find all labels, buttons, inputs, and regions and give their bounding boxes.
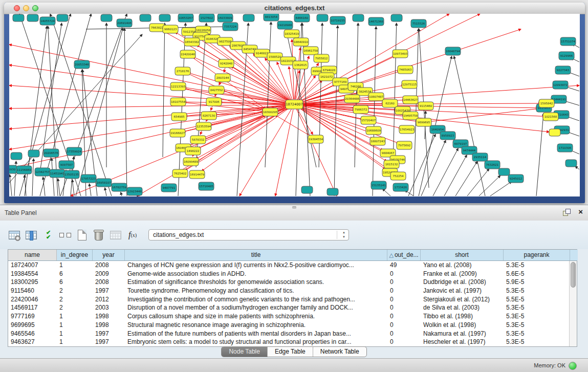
table-cell[interactable]: 0: [387, 321, 421, 330]
table-cell[interactable]: Hescheler et al. (1997): [421, 338, 504, 346]
graph-edge[interactable]: [9, 34, 142, 183]
graph-edge[interactable]: [296, 109, 337, 196]
delete-column-icon[interactable]: [92, 228, 106, 242]
graph-node[interactable]: [27, 14, 38, 21]
table-cell[interactable]: Corpus callosum shape and size in male p…: [125, 312, 387, 321]
table-row[interactable]: 977716911998Corpus callosum shape and si…: [8, 312, 577, 321]
table-cell[interactable]: 0: [387, 295, 421, 304]
table-cell[interactable]: 0: [387, 312, 421, 321]
graph-edge[interactable]: [58, 179, 60, 196]
tab-node-table[interactable]: Node Table: [222, 347, 268, 357]
table-cell[interactable]: 2: [57, 303, 93, 312]
table-cell[interactable]: 5.5E-5: [504, 295, 570, 304]
table-cell[interactable]: Jankovic et al. (1997): [421, 287, 504, 295]
splitter-handle[interactable]: [292, 206, 296, 209]
graph-edge[interactable]: [163, 23, 165, 157]
table-cell[interactable]: 1: [57, 312, 93, 321]
graph-edge[interactable]: [10, 174, 12, 196]
table-row[interactable]: 2242004622012Investigating the contribut…: [8, 295, 577, 304]
table-cell[interactable]: 1: [57, 261, 93, 270]
table-cell[interactable]: 1: [57, 321, 93, 330]
table-cell[interactable]: 5.6E-5: [504, 270, 570, 278]
table-cell[interactable]: Estimation of the future numbers of pati…: [125, 330, 387, 338]
table-row[interactable]: 946362711997Embryonic stem cells: a mode…: [8, 338, 577, 346]
graph-edge[interactable]: [72, 180, 74, 196]
table-cell[interactable]: 5.3E-5: [504, 287, 570, 295]
table-cell[interactable]: 5.3E-5: [504, 312, 570, 321]
close-panel-icon[interactable]: ×: [578, 207, 583, 216]
graph-edge[interactable]: [76, 28, 123, 196]
network-canvas[interactable]: 1405572420691406106532671527602160338097…: [9, 14, 580, 196]
table-cell[interactable]: Tourette syndrome. Phenomenology and cla…: [125, 287, 387, 295]
table-cell[interactable]: 6: [57, 278, 93, 287]
table-row[interactable]: 911546021997Tourette syndrome. Phenomeno…: [8, 287, 577, 295]
column-header-out_de[interactable]: △out_de...: [387, 250, 421, 260]
table-cell[interactable]: 9777169: [8, 312, 57, 321]
column-header-title[interactable]: title: [125, 250, 387, 260]
table-cell[interactable]: 2: [57, 287, 93, 295]
function-builder-icon[interactable]: f(x): [125, 228, 140, 242]
table-cell[interactable]: 19384554: [8, 270, 57, 278]
graph-edge[interactable]: [382, 189, 390, 196]
graph-edge[interactable]: [50, 14, 112, 196]
graph-edge[interactable]: [124, 28, 127, 196]
table-cell[interactable]: Yano et al. (2008): [421, 261, 504, 270]
graph-node[interactable]: [159, 14, 170, 21]
table-row[interactable]: 946554611997Estimation of the future num…: [8, 330, 577, 338]
graph-edge[interactable]: [9, 105, 289, 168]
table-cell[interactable]: Genome-wide association studies in ADHD.: [125, 270, 387, 278]
graph-node[interactable]: [57, 14, 68, 21]
graph-node[interactable]: [391, 14, 402, 21]
graph-edge[interactable]: [121, 192, 122, 196]
graph-edge[interactable]: [206, 120, 207, 121]
table-cell[interactable]: 5.3E-5: [504, 338, 570, 346]
table-cell[interactable]: Franke et al. (2009): [421, 270, 504, 278]
table-options-icon[interactable]: [7, 228, 21, 242]
network-canvas-wrap[interactable]: 1405572420691406106532671527602160338097…: [9, 14, 580, 196]
graph-edge[interactable]: [298, 80, 322, 101]
table-cell[interactable]: 5.3E-5: [504, 321, 570, 330]
graph-edge[interactable]: [455, 161, 477, 196]
table-cell[interactable]: Stergiakouli et al. (2012): [421, 295, 504, 304]
table-cell[interactable]: 6: [57, 270, 93, 278]
table-cell[interactable]: 0: [387, 330, 421, 338]
new-column-icon[interactable]: [75, 228, 89, 242]
graph-edge[interactable]: [89, 184, 91, 196]
table-cell[interactable]: Dudbridge et al. (2008): [421, 278, 504, 287]
graph-node[interactable]: [13, 14, 24, 21]
table-cell[interactable]: 14569117: [8, 303, 57, 312]
table-row[interactable]: 1938455462009Genome-wide association stu…: [8, 270, 577, 278]
table-selector-dropdown[interactable]: citations_edges.txt ▲▼: [148, 229, 349, 240]
table-cell[interactable]: Embryonic stem cells: a model to study s…: [125, 338, 387, 346]
graph-node[interactable]: [301, 186, 313, 193]
table-cell[interactable]: 1997: [93, 338, 125, 346]
table-cell[interactable]: Investigating the contribution of common…: [125, 295, 387, 304]
graph-edge[interactable]: [393, 23, 397, 167]
table-cell[interactable]: 1997: [93, 287, 125, 295]
window-titlebar[interactable]: citations_edges.txt: [4, 3, 585, 14]
graph-edge[interactable]: [32, 159, 34, 196]
graph-edge[interactable]: [408, 134, 435, 196]
graph-edge[interactable]: [9, 105, 289, 149]
table-cell[interactable]: Nakamura et al. (1997): [421, 330, 504, 338]
column-header-name[interactable]: name: [8, 250, 57, 260]
graph-edge[interactable]: [433, 148, 458, 196]
graph-edge[interactable]: [536, 113, 543, 196]
table-cell[interactable]: Wolkin et al. (1998): [421, 321, 504, 330]
graph-node[interactable]: [549, 129, 560, 136]
table-cell[interactable]: 5.3E-5: [504, 261, 570, 270]
graph-edge[interactable]: [373, 27, 376, 196]
table-row[interactable]: 1830029562008Estimation of significance …: [8, 278, 577, 287]
show-columns-icon[interactable]: [24, 228, 38, 242]
table-cell[interactable]: 1998: [93, 321, 125, 330]
graph-node[interactable]: [327, 188, 338, 195]
table-cell[interactable]: 18300295: [8, 278, 57, 287]
graph-edge[interactable]: [193, 57, 290, 102]
table-cell[interactable]: 2003: [93, 303, 125, 312]
table-cell[interactable]: de Silva et al. (2003): [421, 303, 504, 312]
column-header-pagerank[interactable]: pagerank: [504, 250, 570, 260]
graph-node[interactable]: [498, 168, 510, 176]
graph-edge[interactable]: [275, 115, 312, 137]
table-cell[interactable]: 1: [57, 338, 93, 346]
float-panel-icon[interactable]: [563, 209, 571, 216]
